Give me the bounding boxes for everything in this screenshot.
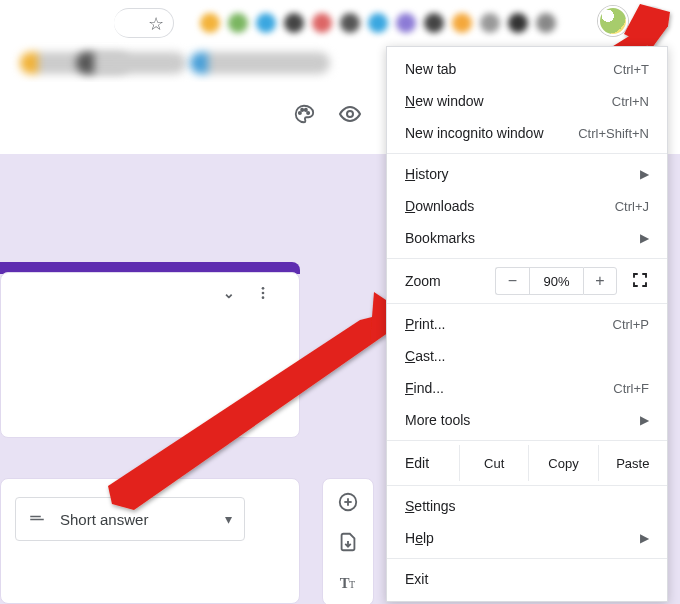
short-answer-icon xyxy=(28,509,46,530)
menu-separator xyxy=(387,153,667,154)
svg-point-1 xyxy=(651,21,654,24)
svg-point-10 xyxy=(262,296,265,299)
svg-text:T: T xyxy=(349,579,355,590)
menu-edit-row: Edit Cut Copy Paste xyxy=(387,445,667,481)
menu-cast[interactable]: Cast... xyxy=(387,340,667,372)
browser-toolbar: ☆ xyxy=(0,0,680,46)
svg-point-5 xyxy=(305,109,307,111)
menu-paste[interactable]: Paste xyxy=(598,445,667,481)
fullscreen-icon[interactable] xyxy=(631,271,649,292)
answer-type-label: Short answer xyxy=(60,511,211,528)
svg-rect-11 xyxy=(30,515,41,517)
bookmark-item[interactable] xyxy=(76,52,186,74)
submenu-arrow-icon: ▶ xyxy=(640,413,649,427)
extension-icon[interactable] xyxy=(508,13,528,33)
chrome-menu: New tabCtrl+T New windowCtrl+N New incog… xyxy=(386,46,668,602)
menu-zoom-row: Zoom − 90% + xyxy=(387,263,667,299)
import-questions-button[interactable] xyxy=(335,529,361,555)
form-title-card[interactable]: ⌄ xyxy=(0,272,300,438)
add-question-button[interactable] xyxy=(335,489,361,515)
svg-point-7 xyxy=(347,111,353,117)
extension-icon[interactable] xyxy=(256,13,276,33)
zoom-level: 90% xyxy=(529,267,583,295)
menu-help[interactable]: Help▶ xyxy=(387,522,667,554)
menu-history[interactable]: History▶ xyxy=(387,158,667,190)
svg-point-8 xyxy=(262,287,265,290)
omnibox-edge[interactable] xyxy=(114,8,174,38)
extension-icon[interactable] xyxy=(452,13,472,33)
extension-icon[interactable] xyxy=(480,13,500,33)
more-vert-icon xyxy=(644,14,660,30)
extensions-row xyxy=(200,8,556,38)
extension-icon[interactable] xyxy=(396,13,416,33)
submenu-arrow-icon: ▶ xyxy=(640,231,649,245)
menu-separator xyxy=(387,303,667,304)
menu-incognito[interactable]: New incognito windowCtrl+Shift+N xyxy=(387,117,667,149)
card-more-icon[interactable] xyxy=(251,281,275,305)
submenu-arrow-icon: ▶ xyxy=(640,167,649,181)
extension-icon[interactable] xyxy=(312,13,332,33)
extension-icon[interactable] xyxy=(284,13,304,33)
answer-type-dropdown[interactable]: Short answer ▾ xyxy=(15,497,245,541)
chrome-menu-button[interactable] xyxy=(636,6,668,38)
question-card[interactable]: Short answer ▾ xyxy=(0,478,300,604)
menu-bookmarks[interactable]: Bookmarks▶ xyxy=(387,222,667,254)
svg-rect-12 xyxy=(30,518,44,520)
menu-new-tab[interactable]: New tabCtrl+T xyxy=(387,53,667,85)
svg-point-2 xyxy=(651,25,654,28)
menu-separator xyxy=(387,485,667,486)
eye-icon[interactable] xyxy=(336,100,364,128)
menu-separator xyxy=(387,558,667,559)
extension-icon[interactable] xyxy=(368,13,388,33)
extension-icon[interactable] xyxy=(228,13,248,33)
bookmark-star-icon[interactable]: ☆ xyxy=(148,13,164,35)
palette-icon[interactable] xyxy=(290,100,318,128)
zoom-out-button[interactable]: − xyxy=(495,267,529,295)
menu-separator xyxy=(387,258,667,259)
profile-avatar[interactable] xyxy=(598,6,628,36)
svg-point-9 xyxy=(262,292,265,295)
extension-icon[interactable] xyxy=(536,13,556,33)
zoom-in-button[interactable]: + xyxy=(583,267,617,295)
menu-new-window[interactable]: New windowCtrl+N xyxy=(387,85,667,117)
svg-point-3 xyxy=(299,112,301,114)
forms-header-icons xyxy=(290,100,364,128)
menu-settings[interactable]: Settings xyxy=(387,490,667,522)
menu-copy[interactable]: Copy xyxy=(528,445,597,481)
menu-print[interactable]: Print...Ctrl+P xyxy=(387,308,667,340)
add-title-button[interactable]: TT xyxy=(335,569,361,595)
svg-point-0 xyxy=(651,16,654,19)
extension-icon[interactable] xyxy=(340,13,360,33)
forms-side-toolbox: TT xyxy=(322,478,374,604)
extension-icon[interactable] xyxy=(200,13,220,33)
svg-point-4 xyxy=(301,109,303,111)
menu-cut[interactable]: Cut xyxy=(459,445,528,481)
menu-separator xyxy=(387,440,667,441)
chevron-down-icon: ▾ xyxy=(225,511,232,527)
collapse-icon[interactable]: ⌄ xyxy=(217,281,241,305)
bookmark-item[interactable] xyxy=(190,52,330,74)
svg-point-6 xyxy=(307,112,309,114)
submenu-arrow-icon: ▶ xyxy=(640,531,649,545)
menu-exit[interactable]: Exit xyxy=(387,563,667,595)
menu-downloads[interactable]: DownloadsCtrl+J xyxy=(387,190,667,222)
menu-find[interactable]: Find...Ctrl+F xyxy=(387,372,667,404)
extension-icon[interactable] xyxy=(424,13,444,33)
menu-more-tools[interactable]: More tools▶ xyxy=(387,404,667,436)
